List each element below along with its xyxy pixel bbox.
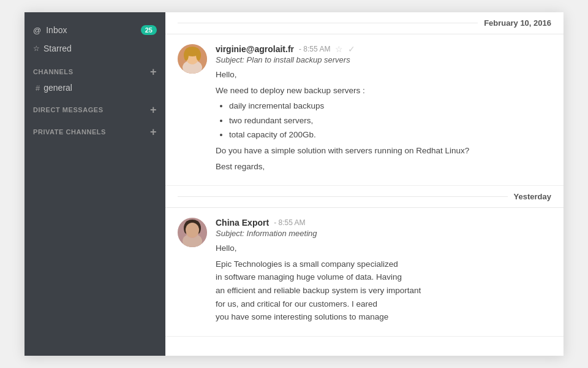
sender-name-2: China Export	[216, 218, 269, 228]
divider-line-2	[178, 196, 508, 197]
msg1-line1: Hello,	[216, 68, 551, 82]
hash-icon: #	[36, 83, 40, 93]
date-divider-2: Yesterday	[165, 186, 564, 208]
private-channels-header-label: PRIVATE CHANNELS	[33, 128, 106, 136]
channels-add-button[interactable]: +	[150, 66, 157, 77]
message-group-1: virginie@agrolait.fr - 8:55 AM ☆ ✓ Subje…	[165, 34, 564, 186]
sidebar-item-starred[interactable]: ☆ Starred	[24, 39, 165, 58]
direct-messages-header-label: DIRECT MESSAGES	[33, 106, 104, 113]
svg-point-14	[186, 223, 199, 237]
list-item: daily incremental backups	[229, 99, 551, 113]
star-icon: ☆	[33, 44, 40, 53]
avatar-2	[178, 218, 207, 247]
date-label-2: Yesterday	[508, 192, 551, 201]
at-icon: @	[33, 26, 41, 35]
message-header-2: China Export - 8:55 AM	[216, 218, 551, 228]
private-channels-add-button[interactable]: +	[150, 126, 157, 137]
avatar-face-2	[178, 218, 207, 247]
general-channel-label: general	[43, 83, 72, 93]
date-divider-1: February 10, 2016	[165, 12, 564, 34]
message-subject-2: Subject: Information meeting	[216, 229, 551, 238]
divider-line-left	[178, 23, 478, 23]
star-action-1[interactable]: ☆	[335, 44, 343, 54]
msg2-line2: Epic Technologies is a small company spe…	[216, 258, 551, 324]
message-subject-1: Subject: Plan to install backup servers	[216, 55, 551, 64]
message-text-2: Hello, Epic Technologies is a small comp…	[216, 242, 551, 324]
msg1-list: daily incremental backups two redundant …	[216, 99, 551, 142]
svg-point-7	[196, 50, 201, 61]
message-time-1: - 8:55 AM	[299, 45, 330, 53]
inbox-badge: 25	[141, 25, 157, 35]
message-time-2: - 8:55 AM	[274, 218, 305, 227]
check-icon-1: ✓	[348, 44, 355, 54]
message-group-2: China Export - 8:55 AM Subject: Informat…	[165, 208, 564, 337]
msg1-line2: We need to deploy new backup servers :	[216, 84, 551, 98]
list-item: total capacity of 200Gb.	[229, 128, 551, 142]
app-container: @ Inbox 25 ☆ Starred CHANNELS + # genera…	[24, 12, 564, 356]
list-item: two redundant servers,	[229, 114, 551, 128]
avatar-1	[178, 44, 207, 74]
date-label-1: February 10, 2016	[478, 18, 551, 28]
main-content: February 10, 2016	[165, 12, 564, 356]
message-body-1: virginie@agrolait.fr - 8:55 AM ☆ ✓ Subje…	[216, 44, 551, 175]
svg-point-6	[184, 50, 189, 61]
channels-header-label: CHANNELS	[33, 68, 74, 75]
msg1-line4: Best regards,	[216, 160, 551, 174]
private-channels-section-header: PRIVATE CHANNELS +	[24, 118, 165, 140]
starred-label: Starred	[43, 44, 72, 53]
sidebar: @ Inbox 25 ☆ Starred CHANNELS + # genera…	[24, 12, 165, 356]
inbox-label: Inbox	[46, 25, 67, 35]
message-text-1: Hello, We need to deploy new backup serv…	[216, 68, 551, 173]
msg1-line3: Do you have a simple solution with serve…	[216, 144, 551, 158]
message-header-1: virginie@agrolait.fr - 8:55 AM ☆ ✓	[216, 44, 551, 54]
message-body-2: China Export - 8:55 AM Subject: Informat…	[216, 218, 551, 326]
sidebar-item-inbox[interactable]: @ Inbox 25	[24, 21, 165, 39]
sender-name-1: virginie@agrolait.fr	[216, 44, 294, 54]
direct-messages-section-header: DIRECT MESSAGES +	[24, 96, 165, 118]
avatar-face-1	[178, 44, 207, 74]
msg2-line1: Hello,	[216, 242, 551, 255]
channels-section-header: CHANNELS +	[24, 58, 165, 80]
direct-messages-add-button[interactable]: +	[150, 104, 157, 115]
sidebar-item-general[interactable]: # general	[24, 80, 165, 96]
